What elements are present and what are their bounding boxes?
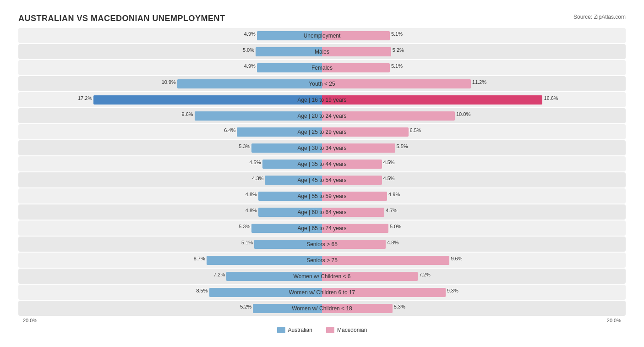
pink-bar: 4.7% [322,208,384,217]
left-value: 4.8% [246,208,258,213]
blue-bar: 7.2% [226,272,322,281]
left-value: 4.5% [249,160,262,165]
pink-bar: 6.5% [322,127,409,137]
pink-bar: 5.1% [322,63,390,72]
right-value: 4.7% [384,208,397,213]
blue-bar: 8.5% [209,288,322,297]
left-value: 5.0% [243,47,256,53]
left-value: 8.7% [194,256,207,261]
right-value: 9.6% [449,256,462,261]
right-value: 16.6% [542,95,558,101]
right-half: 5.5% [322,140,626,155]
bar-row: 4.3%Age | 45 to 54 years4.5% [18,172,626,187]
blue-bar: 17.2% [93,95,322,105]
left-value: 17.2% [78,95,93,101]
pink-bar: 9.6% [322,256,449,265]
left-half: 4.9% [18,60,322,75]
left-value: 9.6% [182,111,195,117]
chart-source: Source: ZipAtlas.com [573,14,626,20]
pink-bar: 4.8% [322,240,386,249]
left-value: 6.4% [224,127,237,133]
chart-body: 4.9%Unemployment5.1%5.0%Males5.2%4.9%Fem… [18,28,626,316]
blue-bar: 4.9% [257,31,322,40]
right-half: 16.6% [322,92,626,107]
right-half: 5.1% [322,60,626,75]
pink-bar: 5.2% [322,47,391,56]
left-half: 5.0% [18,44,322,59]
bar-row: 4.9%Females5.1% [18,60,626,75]
right-half: 4.5% [322,172,626,187]
left-value: 4.9% [244,63,257,69]
bar-row: 5.2%Women w/ Children < 185.3% [18,301,626,316]
right-value: 5.1% [390,63,403,69]
blue-bar: 4.3% [265,176,322,185]
left-value: 7.2% [213,272,226,277]
right-value: 9.3% [446,288,458,293]
blue-bar: 4.5% [262,160,322,169]
blue-bar: 4.8% [258,208,322,217]
legend: Australian Macedonian [18,327,626,333]
left-value: 5.3% [239,143,251,149]
bar-row: 8.7%Seniors > 759.6% [18,253,626,268]
legend-australian-label: Australian [288,327,312,333]
left-value: 5.2% [240,304,253,309]
right-value: 11.2% [471,79,486,85]
bar-row: 8.5%Women w/ Children 6 to 179.3% [18,285,626,300]
left-half: 4.3% [18,172,322,187]
left-half: 7.2% [18,269,322,284]
pink-bar: 16.6% [322,95,542,105]
bar-row: 5.0%Males5.2% [18,44,626,59]
right-value: 5.1% [390,31,403,37]
pink-bar: 9.3% [322,288,446,297]
left-value: 5.3% [239,224,251,229]
legend-macedonian: Macedonian [326,327,367,333]
right-value: 5.5% [395,143,408,149]
left-value: 4.9% [244,31,257,37]
left-half: 5.2% [18,301,322,316]
chart-container: AUSTRALIAN VS MACEDONIAN UNEMPLOYMENT So… [9,9,635,342]
right-half: 5.2% [322,44,626,59]
bar-row: 17.2%Age | 16 to 19 years16.6% [18,92,626,107]
right-value: 4.9% [387,192,400,197]
left-half: 4.8% [18,204,322,220]
left-value: 5.1% [241,240,254,245]
legend-macedonian-label: Macedonian [337,327,367,333]
right-half: 5.0% [322,220,626,236]
chart-header: AUSTRALIAN VS MACEDONIAN UNEMPLOYMENT So… [18,14,626,23]
blue-bar: 5.3% [251,224,322,233]
bar-row: 4.5%Age | 35 to 44 years4.5% [18,156,626,171]
blue-bar: 5.0% [256,47,322,56]
right-half: 6.5% [322,124,626,139]
blue-bar: 4.8% [258,192,322,201]
bar-row: 5.1%Seniors > 654.8% [18,237,626,252]
legend-macedonian-box [326,327,334,333]
bar-row: 4.8%Age | 60 to 64 years4.7% [18,204,626,220]
right-value: 5.2% [391,47,404,53]
right-half: 7.2% [322,269,626,284]
left-half: 17.2% [18,92,322,107]
bar-row: 10.9%Youth < 2511.2% [18,76,626,91]
left-half: 4.9% [18,28,322,43]
blue-bar: 5.2% [253,304,322,313]
right-half: 4.9% [322,188,626,204]
pink-bar: 5.5% [322,143,395,153]
pink-bar: 11.2% [322,79,471,88]
right-value: 4.5% [382,176,395,181]
left-half: 5.3% [18,140,322,155]
bar-row: 5.3%Age | 65 to 74 years5.0% [18,220,626,236]
right-half: 4.7% [322,204,626,220]
right-value: 7.2% [418,272,431,277]
pink-bar: 7.2% [322,272,418,281]
chart-title: AUSTRALIAN VS MACEDONIAN UNEMPLOYMENT [18,14,225,23]
blue-bar: 5.1% [254,240,322,249]
axis-row: 20.0% 20.0% [18,318,626,323]
left-half: 5.3% [18,220,322,236]
axis-left: 20.0% [23,318,37,323]
left-half: 8.5% [18,285,322,300]
right-value: 6.5% [409,127,421,133]
pink-bar: 10.0% [322,111,455,121]
blue-bar: 4.9% [257,63,322,72]
right-value: 4.5% [382,160,395,165]
left-half: 8.7% [18,253,322,268]
right-value: 5.0% [388,224,401,229]
